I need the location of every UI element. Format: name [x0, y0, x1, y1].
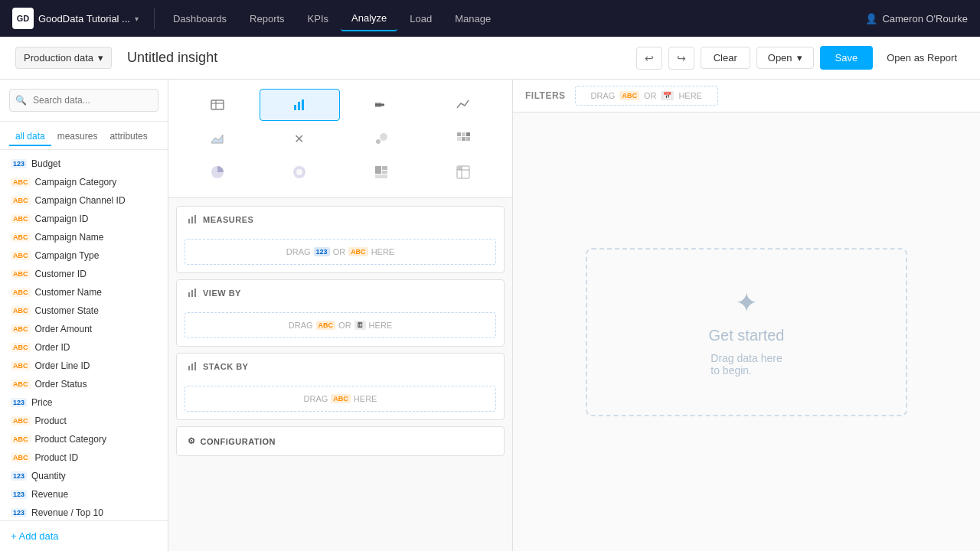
chart-bubble-btn[interactable]	[341, 122, 422, 155]
svg-rect-22	[382, 171, 387, 174]
chart-scatter-btn[interactable]: ✕	[260, 122, 340, 155]
undo-button[interactable]: ↩	[636, 47, 662, 70]
nav-manage[interactable]: Manage	[444, 7, 501, 31]
list-item[interactable]: ABCCustomer Name	[0, 283, 168, 302]
num-badge: 123	[11, 471, 27, 481]
list-item[interactable]: ABCCustomer State	[0, 302, 168, 320]
abc-badge: ABC	[11, 361, 31, 370]
list-item[interactable]: ABCCampaign Name	[0, 228, 168, 246]
tab-measures[interactable]: measures	[51, 128, 104, 146]
clear-button[interactable]: Clear	[701, 47, 750, 69]
open-chevron-icon: ▾	[797, 52, 802, 64]
sidebar-tabs: all data measures attributes	[0, 122, 168, 150]
chart-pivot-btn[interactable]	[423, 156, 503, 188]
svg-point-10	[380, 133, 387, 141]
chart-table-btn[interactable]	[178, 89, 258, 121]
list-item[interactable]: ABCProduct ID	[0, 448, 168, 467]
list-item[interactable]: ABCCampaign ID	[0, 210, 168, 228]
chart-bullet-btn[interactable]	[341, 89, 422, 121]
svg-rect-16	[466, 137, 470, 141]
chart-bar-btn[interactable]	[260, 89, 340, 121]
list-item[interactable]: ABCCustomer ID	[0, 265, 168, 283]
search-input[interactable]	[9, 89, 158, 112]
list-item[interactable]: ABCOrder Line ID	[0, 357, 168, 375]
list-item[interactable]: ABCCampaign Channel ID	[0, 191, 168, 210]
open-as-report-button[interactable]: Open as Report	[879, 47, 965, 68]
list-item-label: Campaign ID	[35, 214, 89, 224]
nav-load[interactable]: Load	[399, 7, 443, 31]
chart-donut-btn[interactable]	[260, 156, 340, 188]
stackby-section: STACK BY DRAG ABC HERE	[176, 353, 505, 420]
filter-cal-badge: 📅	[661, 91, 674, 100]
abc-badge: ABC	[11, 435, 31, 444]
svg-rect-20	[375, 166, 381, 174]
add-data-button[interactable]: + Add data	[0, 520, 168, 551]
viewby-abc-badge: ABC	[316, 321, 336, 330]
stackby-header: STACK BY	[177, 354, 504, 380]
svg-rect-36	[194, 362, 196, 370]
list-item[interactable]: ABCOrder Status	[0, 375, 168, 393]
dataset-selector[interactable]: Production data ▾	[15, 47, 112, 69]
sidebar: 🔍 all data measures attributes 123Budget…	[0, 80, 168, 551]
tab-all-data[interactable]: all data	[9, 128, 51, 146]
measures-123-badge: 123	[314, 247, 330, 256]
list-item[interactable]: 123Revenue	[0, 485, 168, 504]
svg-rect-28	[188, 219, 190, 223]
list-item-label: Order ID	[35, 342, 70, 353]
list-item-label: Campaign Category	[35, 177, 117, 187]
search-icon: 🔍	[15, 95, 27, 106]
viewby-drop-zone[interactable]: DRAG ABC OR 🗓 HERE	[185, 312, 496, 338]
list-item[interactable]: ABCProduct	[0, 412, 168, 430]
nav-kpis[interactable]: KPIs	[297, 7, 339, 31]
tab-attributes[interactable]: attributes	[103, 128, 153, 146]
open-button[interactable]: Open ▾	[756, 47, 814, 69]
abc-badge: ABC	[11, 288, 31, 297]
list-item[interactable]: ABCOrder Amount	[0, 320, 168, 338]
filter-abc-badge: ABC	[619, 91, 639, 100]
list-item[interactable]: ABCOrder ID	[0, 338, 168, 357]
chart-heatmap-btn[interactable]	[423, 122, 503, 155]
abc-badge: ABC	[11, 233, 31, 242]
list-item[interactable]: ABCCampaign Category	[0, 173, 168, 191]
stackby-drop-zone[interactable]: DRAG ABC HERE	[185, 386, 496, 412]
chart-line-btn[interactable]	[423, 89, 503, 121]
brand-title: GoodData Tutorial ...	[38, 13, 130, 24]
abc-badge: ABC	[11, 306, 31, 315]
list-item-label: Product Category	[35, 434, 106, 445]
nav-analyze[interactable]: Analyze	[341, 6, 397, 31]
brand-chevron-icon[interactable]: ▾	[135, 15, 139, 23]
list-item[interactable]: 123Price	[0, 393, 168, 412]
filters-drop-zone[interactable]: DRAG ABC OR 📅 HERE	[575, 86, 718, 106]
nav-reports[interactable]: Reports	[239, 7, 296, 31]
page-title: Untitled insight	[119, 50, 629, 66]
redo-button[interactable]: ↪	[668, 47, 694, 70]
save-button[interactable]: Save	[820, 46, 874, 70]
viewby-cal-badge: 🗓	[354, 321, 366, 330]
nav-dashboards[interactable]: Dashboards	[162, 7, 237, 31]
num-badge: 123	[11, 398, 27, 407]
svg-rect-4	[298, 102, 300, 110]
list-item[interactable]: 123Quantity	[0, 467, 168, 485]
list-item[interactable]: 123Revenue / Top 10	[0, 504, 168, 520]
svg-point-19	[296, 169, 302, 175]
measures-abc-badge: ABC	[348, 247, 368, 256]
svg-rect-30	[194, 215, 196, 223]
chart-pie-btn[interactable]	[178, 156, 258, 188]
measures-section: MEASURES DRAG 123 OR ABC HERE	[176, 206, 505, 273]
chart-area-btn[interactable]	[178, 122, 258, 155]
configuration-header[interactable]: ⚙ CONFIGURATION	[177, 427, 504, 455]
list-item[interactable]: ABCCampaign Type	[0, 246, 168, 265]
nav-items: Dashboards Reports KPIs Analyze Load Man…	[162, 6, 865, 31]
list-item[interactable]: 123Budget	[0, 155, 168, 173]
list-item[interactable]: ABCProduct Category	[0, 430, 168, 448]
svg-rect-13	[466, 132, 470, 136]
measures-drop-zone[interactable]: DRAG 123 OR ABC HERE	[185, 239, 496, 265]
list-item-label: Campaign Channel ID	[35, 195, 126, 206]
svg-text:✕: ✕	[294, 132, 304, 145]
abc-badge: ABC	[11, 251, 31, 260]
svg-rect-33	[194, 289, 196, 297]
nav-user[interactable]: 👤 Cameron O'Rourke	[865, 13, 968, 24]
sidebar-list: 123BudgetABCCampaign CategoryABCCampaign…	[0, 150, 168, 520]
chart-treemap-btn[interactable]	[341, 156, 422, 188]
svg-rect-34	[188, 366, 190, 370]
